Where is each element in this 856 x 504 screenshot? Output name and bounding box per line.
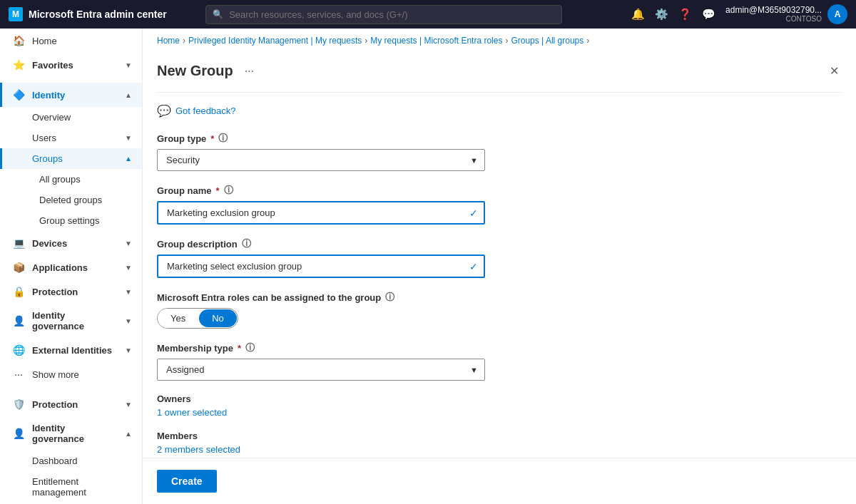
sidebar-subitem-deleted-groups[interactable]: Deleted groups bbox=[0, 190, 142, 210]
panel-menu-button[interactable]: ··· bbox=[240, 63, 258, 79]
toggle-yes-button[interactable]: Yes bbox=[158, 309, 198, 328]
panel-header: New Group ··· ✕ bbox=[157, 53, 842, 93]
toggle-no-button[interactable]: No bbox=[199, 309, 237, 327]
group-name-info-icon[interactable]: ⓘ bbox=[224, 184, 233, 197]
entra-roles-label: Microsoft Entra roles can be assigned to… bbox=[157, 291, 842, 304]
breadcrumb-home[interactable]: Home bbox=[157, 36, 180, 46]
protection-label: Protection bbox=[32, 287, 118, 297]
notification-icon[interactable]: 🔔 bbox=[631, 8, 645, 21]
form-group-entra-roles: Microsoft Entra roles can be assigned to… bbox=[157, 291, 842, 329]
sidebar-item-applications[interactable]: 📦 Applications ▼ bbox=[0, 255, 142, 279]
feedback-label: Got feedback? bbox=[175, 106, 236, 116]
form-group-name: Group name * ⓘ ✓ bbox=[157, 184, 842, 225]
brand-icon: M bbox=[9, 7, 23, 21]
group-name-check-icon: ✓ bbox=[469, 207, 478, 219]
help-icon[interactable]: ❓ bbox=[678, 8, 692, 21]
protection-bottom-label: Protection bbox=[32, 399, 118, 410]
form-group-members: Members 2 members selected bbox=[157, 431, 842, 455]
username-label: admin@M365t9032790... bbox=[725, 5, 822, 15]
search-input[interactable] bbox=[205, 5, 562, 24]
topbar-actions: 🔔 ⚙️ ❓ 💬 admin@M365t9032790... CONTOSO A bbox=[631, 4, 847, 24]
sidebar-item-home[interactable]: 🏠 Home bbox=[0, 29, 142, 53]
group-type-required: * bbox=[210, 133, 214, 144]
breadcrumb-my-requests[interactable]: My requests | Microsoft Entra roles bbox=[370, 36, 502, 46]
brand: M Microsoft Entra admin center bbox=[9, 7, 167, 21]
sidebar-subitem-group-settings[interactable]: Group settings bbox=[0, 210, 142, 231]
devices-icon: 💻 bbox=[12, 237, 25, 249]
group-description-info-icon[interactable]: ⓘ bbox=[242, 237, 251, 250]
applications-icon: 📦 bbox=[12, 262, 25, 273]
sidebar-item-favorites[interactable]: ⭐ Favorites ▼ bbox=[0, 53, 142, 77]
show-more-icon: ··· bbox=[12, 369, 25, 380]
sidebar-subitem-users[interactable]: Users▼ bbox=[0, 128, 142, 148]
identity-governance-bottom-chevron: ▲ bbox=[125, 430, 132, 438]
group-type-select[interactable]: Security Microsoft 365 bbox=[157, 149, 485, 171]
breadcrumb-groups[interactable]: Groups | All groups bbox=[511, 36, 584, 46]
breadcrumb-sep-3: › bbox=[505, 36, 508, 46]
favorites-label: Favorites bbox=[32, 60, 118, 71]
sidebar-item-protection-bottom[interactable]: 🛡️ Protection ▼ bbox=[0, 392, 142, 416]
breadcrumb-sep-4: › bbox=[586, 36, 589, 46]
sidebar-show-more[interactable]: ··· Show more bbox=[0, 362, 142, 386]
entra-roles-info-icon[interactable]: ⓘ bbox=[385, 291, 394, 304]
sidebar-subitem-all-groups[interactable]: All groups bbox=[0, 169, 142, 190]
feedback-row[interactable]: 💬 Got feedback? bbox=[157, 104, 842, 118]
topbar: M Microsoft Entra admin center 🔍 🔔 ⚙️ ❓ … bbox=[0, 0, 856, 29]
sidebar-home-label: Home bbox=[32, 36, 132, 46]
sidebar-item-identity-governance-bottom[interactable]: 👤 Identity governance ▲ bbox=[0, 416, 142, 451]
group-name-input[interactable] bbox=[157, 201, 485, 225]
sidebar-item-identity-governance[interactable]: 👤 Identity governance ▼ bbox=[0, 304, 142, 338]
content-area: Home › Privileged Identity Management | … bbox=[143, 29, 856, 504]
external-identities-icon: 🌐 bbox=[12, 344, 25, 356]
sidebar-item-devices[interactable]: 💻 Devices ▼ bbox=[0, 231, 142, 255]
membership-type-select[interactable]: Assigned Dynamic User Dynamic Device bbox=[157, 359, 485, 381]
owners-link[interactable]: 1 owner selected bbox=[157, 407, 227, 418]
group-name-input-wrapper: ✓ bbox=[157, 201, 485, 225]
sidebar-item-external-identities[interactable]: 🌐 External Identities ▼ bbox=[0, 338, 142, 362]
protection-icon: 🔒 bbox=[12, 286, 25, 297]
external-identities-chevron: ▼ bbox=[125, 346, 132, 354]
members-link[interactable]: 2 members selected bbox=[157, 444, 240, 455]
show-more-label: Show more bbox=[32, 369, 132, 380]
feedback-icon: 💬 bbox=[157, 104, 171, 118]
group-description-input-wrapper: ✓ bbox=[157, 254, 485, 278]
protection-bottom-chevron: ▼ bbox=[125, 401, 132, 408]
favorites-chevron: ▼ bbox=[125, 61, 132, 69]
group-type-label: Group type * ⓘ bbox=[157, 132, 842, 145]
form-group-description: Group description ⓘ ✓ bbox=[157, 237, 842, 278]
brand-label: Microsoft Entra admin center bbox=[29, 9, 167, 20]
sidebar-subitem-entitlement-management[interactable]: Entitlement management bbox=[0, 471, 142, 503]
breadcrumb-sep-1: › bbox=[183, 36, 185, 46]
form-group-membership-type: Membership type * ⓘ Assigned Dynamic Use… bbox=[157, 341, 842, 381]
feedback-icon[interactable]: 💬 bbox=[702, 8, 715, 21]
user-menu[interactable]: admin@M365t9032790... CONTOSO A bbox=[725, 4, 847, 24]
create-button-bar: Create bbox=[143, 458, 856, 504]
breadcrumb-pim[interactable]: Privileged Identity Management | My requ… bbox=[188, 36, 362, 46]
create-button[interactable]: Create bbox=[157, 470, 217, 493]
membership-type-info-icon[interactable]: ⓘ bbox=[245, 341, 255, 354]
sidebar-subitem-dashboard[interactable]: Dashboard bbox=[0, 451, 142, 471]
membership-type-select-wrapper: Assigned Dynamic User Dynamic Device ▼ bbox=[157, 359, 485, 381]
group-description-input[interactable] bbox=[157, 254, 485, 278]
avatar[interactable]: A bbox=[827, 4, 847, 24]
protection-bottom-icon: 🛡️ bbox=[12, 398, 25, 410]
panel-title: New Group bbox=[157, 63, 233, 79]
panel-close-button[interactable]: ✕ bbox=[827, 61, 842, 81]
identity-governance-bottom-label: Identity governance bbox=[32, 423, 118, 444]
form-group-owners: Owners 1 owner selected bbox=[157, 394, 842, 418]
search-bar[interactable]: 🔍 bbox=[205, 5, 562, 24]
form-group-type: Group type * ⓘ Security Microsoft 365 ▼ bbox=[157, 132, 842, 171]
breadcrumb: Home › Privileged Identity Management | … bbox=[143, 29, 856, 53]
sidebar-item-identity[interactable]: 🔷 Identity ▲ bbox=[0, 83, 142, 107]
identity-governance-label: Identity governance bbox=[32, 310, 118, 331]
identity-chevron: ▲ bbox=[125, 91, 132, 99]
settings-icon[interactable]: ⚙️ bbox=[655, 8, 668, 21]
group-type-info-icon[interactable]: ⓘ bbox=[218, 132, 228, 145]
sidebar-item-protection[interactable]: 🔒 Protection ▼ bbox=[0, 279, 142, 304]
sidebar: 🏠 Home ⭐ Favorites ▼ 🔷 Identity ▲ Overvi… bbox=[0, 29, 143, 504]
identity-governance-icon: 👤 bbox=[12, 315, 25, 326]
sidebar-subitem-overview[interactable]: Overview bbox=[0, 107, 142, 128]
sidebar-subitem-groups[interactable]: Groups▲ bbox=[0, 148, 142, 169]
group-name-label: Group name * ⓘ bbox=[157, 184, 842, 197]
org-label: CONTOSO bbox=[725, 15, 822, 24]
